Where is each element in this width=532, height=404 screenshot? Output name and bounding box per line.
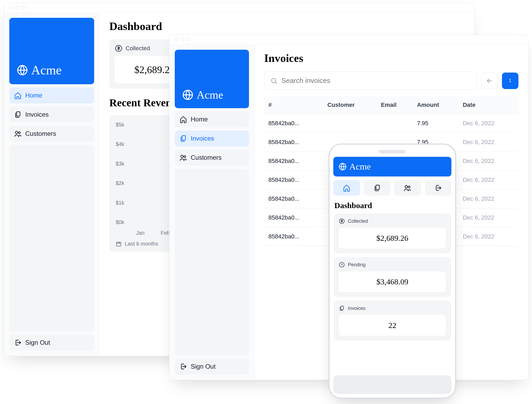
brand-name: Acme	[349, 162, 371, 172]
sidebar-item-label: Customers	[25, 130, 56, 137]
documents-icon	[373, 184, 381, 192]
sidebar-item-label: Invoices	[191, 135, 214, 142]
card-label: Invoices	[348, 306, 365, 311]
ytick: $0k	[116, 219, 124, 225]
cell-date: Dec 6, 2022	[459, 208, 518, 227]
users-icon	[404, 184, 411, 192]
sign-out-icon	[434, 184, 442, 192]
cell-id: 85842ba0...	[264, 227, 323, 246]
tab-home[interactable]	[333, 180, 360, 196]
tab-invoices[interactable]	[364, 180, 391, 196]
svg-rect-12	[376, 185, 379, 190]
ytick: $1k	[116, 200, 124, 206]
dollar-icon	[115, 45, 122, 52]
sidebar-item-invoices[interactable]: Invoices	[175, 131, 249, 146]
cell-id: 85842ba0...	[264, 208, 323, 227]
svg-rect-1	[16, 112, 20, 116]
sidebar-item-label: Home	[191, 116, 208, 123]
sidebar: Acme Home Invoices Customers Sign Out	[4, 12, 100, 356]
sidebar-item-label: Invoices	[25, 111, 49, 118]
sign-out-button[interactable]: Sign Out	[9, 335, 94, 351]
brand-logo: Acme	[9, 18, 94, 84]
documents-icon	[180, 135, 187, 142]
ytick: $4k	[116, 141, 124, 147]
sidebar-spacer	[9, 145, 94, 331]
pager-page-1[interactable]: 1	[502, 73, 518, 89]
sign-out-icon	[180, 363, 187, 370]
table-header-row: # Customer Email Amount Date	[264, 96, 518, 114]
tab-customers[interactable]	[394, 180, 421, 196]
table-row[interactable]: 85842ba0...7.95Dec 6, 2022	[264, 114, 518, 133]
page-title: Invoices	[264, 52, 518, 65]
brand-name: Acme	[31, 63, 62, 77]
svg-point-8	[181, 155, 183, 158]
col-email: Email	[377, 96, 413, 114]
window-control-close[interactable]	[174, 38, 178, 41]
card-invoices: Invoices 22	[334, 301, 451, 340]
page-title: Dashboard	[109, 20, 465, 33]
sidebar-item-home[interactable]: Home	[9, 87, 94, 103]
cell-date: Dec 6, 2022	[459, 114, 518, 133]
brand-logo: Acme	[333, 157, 451, 176]
col-date: Date	[459, 96, 518, 114]
sidebar-item-label: Home	[25, 92, 42, 99]
sign-out-button[interactable]: Sign Out	[175, 359, 249, 374]
svg-point-9	[184, 156, 186, 158]
users-icon	[180, 154, 187, 161]
sidebar-item-label: Customers	[191, 154, 222, 161]
cell-id: 85842ba0...	[264, 114, 323, 133]
brand-logo: Acme	[175, 50, 249, 108]
clock-icon	[339, 262, 345, 268]
phone-home-indicator	[333, 375, 451, 394]
col-amount: Amount	[413, 96, 459, 114]
svg-rect-7	[182, 136, 185, 140]
chart-footer: Last 6 months	[125, 241, 158, 247]
page-title: Dashboard	[334, 201, 450, 210]
phone-notch	[379, 150, 406, 154]
window-control-close[interactable]	[9, 6, 13, 10]
svg-point-2	[15, 131, 18, 134]
bar-label: Feb	[161, 230, 170, 236]
globe-icon	[17, 65, 28, 76]
sidebar-spacer	[175, 169, 249, 355]
globe-icon	[339, 163, 347, 171]
sidebar-item-customers[interactable]: Customers	[9, 126, 94, 142]
cell-email	[377, 114, 413, 133]
card-collected: Collected $2,689.26	[334, 214, 451, 253]
bar-label: Jan	[136, 230, 144, 236]
cell-amount: 7.95	[413, 114, 459, 133]
sidebar-item-invoices[interactable]: Invoices	[9, 107, 94, 123]
arrow-left-icon	[486, 77, 493, 85]
cell-date: Dec 6, 2022	[459, 227, 518, 246]
tabstrip	[333, 180, 451, 196]
cell-id: 85842ba0...	[264, 190, 323, 208]
window-control-minimize[interactable]	[15, 6, 19, 10]
sidebar: Acme Home Invoices Customers Sign Out	[169, 44, 255, 380]
phone-frame: Acme Dashboard Collected $2,689.26 Pen	[329, 144, 456, 399]
sidebar-item-home[interactable]: Home	[175, 111, 249, 127]
ytick: $3k	[116, 161, 124, 167]
window-control-minimize[interactable]	[181, 38, 184, 41]
ytick: $5k	[116, 122, 124, 128]
card-value: 22	[339, 315, 446, 336]
search-input[interactable]	[281, 77, 471, 85]
svg-rect-5	[117, 242, 121, 246]
tab-signout[interactable]	[425, 180, 452, 196]
search-icon	[270, 77, 278, 85]
pager-prev[interactable]	[481, 73, 498, 89]
documents-icon	[14, 111, 22, 118]
window-control-zoom[interactable]	[187, 38, 191, 41]
cell-date: Dec 6, 2022	[459, 133, 518, 152]
search-input-wrap[interactable]	[264, 71, 477, 90]
col-customer: Customer	[323, 96, 377, 114]
home-icon	[14, 92, 22, 99]
svg-point-13	[405, 186, 408, 188]
card-pending: Pending $3,468.09	[334, 257, 451, 297]
svg-point-3	[18, 132, 20, 134]
cell-customer	[323, 114, 377, 133]
window-control-zoom[interactable]	[22, 6, 25, 10]
cell-id: 85842ba0...	[264, 171, 323, 190]
card-value: $2,689.26	[339, 228, 446, 249]
home-icon	[343, 184, 350, 192]
sidebar-item-customers[interactable]: Customers	[175, 150, 249, 166]
